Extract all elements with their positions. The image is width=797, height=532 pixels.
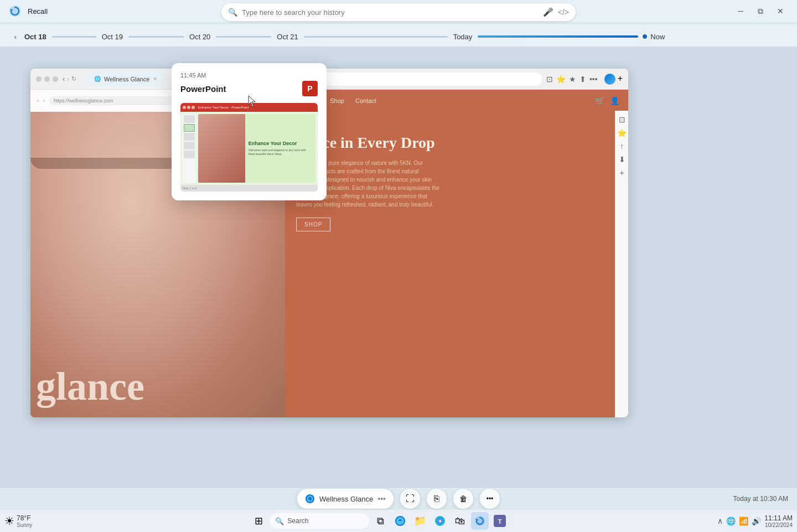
ppt-toolbar: Enhance Your Decor - PowerPoint	[180, 103, 318, 112]
window-controls: ─ ⧉ ✕	[733, 6, 788, 17]
browser-back[interactable]: ‹	[63, 75, 65, 83]
store-nav-contact[interactable]: Contact	[355, 97, 376, 104]
nav-forward-arrow[interactable]: ›	[43, 98, 45, 104]
network-icon[interactable]: 🌐	[726, 516, 736, 525]
browser-screenshot-icon[interactable]: ⊡	[546, 75, 553, 84]
store-nav: About Us Shop Contact 🛒 👤	[285, 90, 628, 112]
timeline-bar-oct21	[304, 36, 448, 38]
edge-add-icon[interactable]: +	[618, 74, 623, 85]
taskbar-center: ⊞ 🔍 Search ⧉ 📁	[43, 512, 715, 530]
browser-favorites-icon[interactable]: ★	[569, 75, 576, 84]
ppt-toolbar-label: Enhance Your Decor - PowerPoint	[198, 106, 249, 109]
overflow-button[interactable]: •••	[480, 489, 500, 509]
teams-taskbar-icon[interactable]: T	[491, 512, 509, 530]
system-tray-icon[interactable]: ∧	[717, 516, 723, 525]
task-view-button[interactable]: ⧉	[371, 512, 389, 530]
ppt-slide-image	[198, 114, 245, 183]
pill-more-icon[interactable]: •••	[377, 494, 386, 503]
sidebar-icon-4[interactable]: ⬇	[619, 155, 625, 164]
browser-content-area: ‹ › https://wellnessglance.com glance	[30, 90, 628, 417]
browser-more-icon[interactable]: •••	[589, 75, 598, 84]
edge-browser-icon	[305, 494, 315, 504]
recall-taskbar-icon[interactable]	[471, 512, 489, 530]
browser-reload[interactable]: ↻	[71, 75, 76, 82]
timeline-oct21[interactable]: Oct 21	[275, 33, 300, 41]
overflow-icon: •••	[487, 495, 494, 503]
taskbar-right: ∧ 🌐 📶 🔊 11:11 AM 10/22/2024	[717, 514, 793, 528]
ppt-thumb-2[interactable]	[184, 124, 195, 132]
edge-icon-1[interactable]	[604, 74, 615, 85]
browser-tab-close[interactable]: ✕	[153, 76, 157, 82]
timeline-now-dot	[641, 33, 648, 40]
restore-button[interactable]: ⧉	[753, 6, 768, 17]
start-icon: ⊞	[255, 515, 263, 527]
file-explorer-icon[interactable]: 📁	[411, 512, 429, 530]
ppt-toolbar-dot-1	[183, 106, 186, 109]
timeline-oct20[interactable]: Oct 20	[187, 33, 213, 41]
store-account-icon[interactable]: 👤	[610, 96, 619, 105]
ppt-toolbar-dot-2	[187, 106, 190, 109]
timeline-today[interactable]: Today	[451, 33, 475, 41]
code-icon[interactable]: </>	[558, 8, 569, 17]
timeline-bar-oct19	[128, 36, 184, 38]
tooltip-time: 11:45 AM	[180, 72, 318, 79]
delete-button[interactable]: 🗑	[453, 489, 473, 509]
sidebar-icon-2[interactable]: ⭐	[617, 128, 627, 137]
microphone-icon[interactable]: 🎤	[543, 7, 553, 17]
ppt-thumb-4[interactable]	[184, 142, 195, 149]
edge-taskbar-icon[interactable]	[391, 512, 409, 530]
taskbar-search-label: Search	[287, 517, 308, 525]
clock-time: 11:11 AM	[764, 514, 793, 522]
edge-sidebar-icons: +	[604, 74, 623, 85]
ppt-thumb-3[interactable]	[184, 133, 195, 141]
copilot-taskbar-icon[interactable]: ✦	[431, 512, 449, 530]
active-app-pill[interactable]: Wellness Glance •••	[297, 489, 394, 509]
sidebar-icon-5[interactable]: +	[619, 168, 624, 177]
ppt-preview-content: Enhance Your Decor - PowerPoint Enh	[180, 103, 318, 192]
speaker-icon[interactable]: 🔊	[752, 516, 761, 525]
browser-tab-icon: 🌐	[94, 76, 101, 82]
store-nav-shop[interactable]: Shop	[330, 97, 344, 104]
taskbar-search-box[interactable]: 🔍 Search	[270, 513, 369, 529]
store-cart-icon[interactable]: 🛒	[595, 96, 604, 105]
main-content: ‹ › ↻ 🌐 Wellness Glance ✕ 🔒 https://well…	[0, 47, 797, 488]
sidebar-icon-3[interactable]: ↑	[620, 142, 624, 151]
timeline-oct19[interactable]: Oct 19	[100, 33, 125, 41]
nav-back-arrow[interactable]: ‹	[37, 98, 39, 104]
expand-button[interactable]: ⛶	[400, 489, 420, 509]
ppt-body: Enhance Your Decor Add some style and el…	[180, 112, 318, 185]
timeline-oct18-label: Oct 18	[24, 33, 46, 41]
tooltip-preview[interactable]: Enhance Your Decor - PowerPoint Enh	[180, 103, 318, 192]
browser-extensions-icon[interactable]: ⭐	[556, 75, 566, 84]
ppt-thumb-5[interactable]	[184, 151, 195, 158]
ppt-slide-text-area: Enhance Your Decor Add some style and el…	[245, 137, 315, 159]
minimize-button[interactable]: ─	[733, 6, 748, 17]
store-side: About Us Shop Contact 🛒 👤 NEW IN Grace i…	[285, 90, 628, 417]
timeline-oct18[interactable]: Oct 18	[22, 33, 49, 41]
microsoft-store-icon[interactable]: 🛍	[451, 512, 469, 530]
ppt-slide-body-text: Add some style and elegance to any room …	[249, 148, 312, 156]
sidebar-icon-1[interactable]: ⊡	[619, 115, 625, 124]
wellness-url-text: https://wellnessglance.com	[54, 98, 113, 104]
tooltip-header: PowerPoint P	[180, 81, 318, 96]
wifi-icon[interactable]: 📶	[739, 516, 748, 525]
app-title: Recall	[28, 7, 48, 16]
start-button[interactable]: ⊞	[250, 512, 267, 530]
timeline-back-button[interactable]: ‹	[9, 30, 22, 43]
browser-right-sidebar: ⊡ ⭐ ↑ ⬇ +	[615, 111, 628, 417]
browser-share-icon[interactable]: ⬆	[579, 75, 586, 84]
ppt-toolbar-dot-3	[192, 106, 195, 109]
powerpoint-tooltip: 11:45 AM PowerPoint P Enhance Your Decor…	[172, 63, 327, 200]
ppt-thumb-1[interactable]	[184, 115, 195, 123]
store-nav-icons: 🛒 👤	[595, 96, 619, 105]
svg-text:✦: ✦	[438, 518, 442, 524]
system-clock[interactable]: 11:11 AM 10/22/2024	[764, 514, 793, 528]
browser-dot-3	[53, 76, 58, 82]
browser-dot-2	[44, 76, 50, 82]
history-search-input[interactable]	[242, 8, 539, 17]
ppt-status: Slide 2 of 8	[183, 187, 196, 190]
browser-forward[interactable]: ›	[67, 75, 69, 83]
copy-button[interactable]: ⎘	[427, 489, 447, 509]
store-shop-button[interactable]: SHOP	[296, 218, 330, 231]
close-button[interactable]: ✕	[773, 6, 788, 17]
